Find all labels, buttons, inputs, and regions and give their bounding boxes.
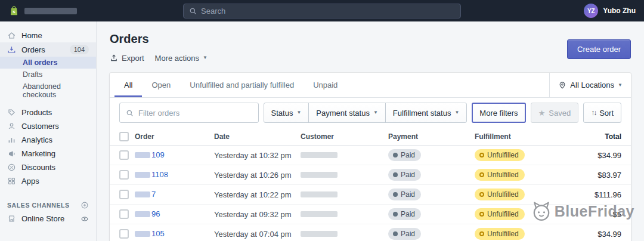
sidebar-item-products[interactable]: Products bbox=[0, 106, 96, 119]
more-actions-button[interactable]: More actions ▼ bbox=[155, 54, 208, 63]
sidebar-subitem-label: Abandoned checkouts bbox=[23, 82, 89, 99]
products-icon bbox=[7, 108, 16, 117]
column-header-order[interactable]: Order bbox=[135, 132, 214, 141]
sidebar-item-online-store[interactable]: Online Store bbox=[0, 212, 96, 225]
customer-redacted bbox=[301, 231, 338, 237]
payment-status-filter-label: Payment status bbox=[316, 109, 370, 118]
order-number-redacted bbox=[135, 172, 150, 178]
order-link[interactable]: 109 bbox=[135, 150, 165, 159]
fulfillment-label: Unfulfilled bbox=[487, 171, 519, 179]
row-checkbox[interactable] bbox=[119, 150, 129, 160]
select-all-checkbox[interactable] bbox=[119, 132, 129, 141]
table-row[interactable]: 96 Yesterday at 09:32 pm Paid Unfulfille… bbox=[110, 205, 631, 224]
order-number: 109 bbox=[151, 150, 165, 159]
tab-all[interactable]: All bbox=[114, 73, 142, 97]
export-button[interactable]: Export bbox=[110, 54, 144, 63]
fulfillment-badge: Unfulfilled bbox=[475, 169, 525, 181]
sidebar-item-orders[interactable]: Orders 104 bbox=[0, 42, 96, 57]
order-link[interactable]: 96 bbox=[135, 209, 160, 218]
apps-icon bbox=[7, 177, 16, 186]
user-menu[interactable]: YZ Yubo Zhu bbox=[584, 4, 636, 18]
sidebar-item-drafts[interactable]: Drafts bbox=[0, 69, 96, 81]
page-title: Orders bbox=[110, 31, 208, 47]
order-number: 7 bbox=[151, 190, 156, 199]
paid-dot-icon bbox=[393, 231, 398, 236]
sidebar-item-label: Customers bbox=[21, 122, 59, 131]
fulfillment-label: Unfulfilled bbox=[487, 151, 519, 159]
more-actions-label: More actions bbox=[155, 54, 199, 63]
column-header-total[interactable]: Total bbox=[588, 132, 621, 141]
fulfillment-badge: Unfulfilled bbox=[475, 208, 525, 220]
global-search[interactable] bbox=[183, 4, 461, 18]
order-number-redacted bbox=[135, 231, 150, 237]
tab-unfulfilled[interactable]: Unfulfilled and partially fulfilled bbox=[180, 73, 304, 97]
more-filters-button[interactable]: More filters bbox=[472, 103, 525, 123]
sort-button[interactable]: ↑↓ Sort bbox=[583, 103, 621, 123]
order-date: Yesterday at 09:32 pm bbox=[214, 210, 301, 219]
status-filter-button[interactable]: Status▼ bbox=[264, 103, 309, 123]
customer-redacted bbox=[301, 211, 338, 217]
sidebar-item-all-orders[interactable]: All orders bbox=[0, 57, 96, 69]
discounts-icon bbox=[7, 163, 16, 172]
sidebar-item-customers[interactable]: Customers bbox=[0, 119, 96, 133]
locations-dropdown[interactable]: All Locations ▼ bbox=[549, 73, 631, 97]
export-icon bbox=[110, 54, 118, 62]
order-total: $34.99 bbox=[588, 230, 621, 239]
row-checkbox[interactable] bbox=[119, 170, 129, 180]
table-row[interactable]: 7 Yesterday at 10:22 pm Paid Unfulfilled… bbox=[110, 185, 631, 205]
payment-badge: Paid bbox=[388, 149, 421, 161]
saved-filters-button[interactable]: ★ Saved bbox=[531, 103, 579, 123]
analytics-icon bbox=[7, 135, 16, 144]
caret-down-icon: ▼ bbox=[373, 110, 378, 115]
filter-row: Status▼ Payment status▼ Fulfillment stat… bbox=[110, 98, 631, 128]
order-date: Yesterday at 07:04 pm bbox=[214, 230, 301, 239]
order-link[interactable]: 7 bbox=[135, 190, 156, 199]
sidebar-item-apps[interactable]: Apps bbox=[0, 174, 96, 188]
customer-redacted bbox=[301, 152, 338, 158]
payment-label: Paid bbox=[401, 171, 415, 179]
sidebar-item-discounts[interactable]: Discounts bbox=[0, 160, 96, 174]
row-checkbox[interactable] bbox=[119, 190, 129, 199]
sidebar-item-analytics[interactable]: Analytics bbox=[0, 133, 96, 147]
filter-orders-field[interactable] bbox=[119, 103, 259, 123]
preview-store-eye-icon[interactable] bbox=[80, 215, 89, 223]
table-row[interactable]: 1108 Yesterday at 10:26 pm Paid Unfulfil… bbox=[110, 165, 631, 185]
payment-label: Paid bbox=[401, 230, 415, 238]
search-icon bbox=[189, 7, 197, 15]
tab-open[interactable]: Open bbox=[142, 73, 180, 97]
fulfillment-status-filter-button[interactable]: Fulfillment status▼ bbox=[385, 103, 467, 123]
orders-count-badge: 104 bbox=[70, 45, 89, 54]
column-header-customer[interactable]: Customer bbox=[301, 132, 388, 141]
row-checkbox[interactable] bbox=[119, 229, 129, 239]
status-filter-label: Status bbox=[271, 109, 293, 118]
payment-status-filter-button[interactable]: Payment status▼ bbox=[308, 103, 386, 123]
location-pin-icon bbox=[558, 81, 566, 89]
sidebar-item-marketing[interactable]: Marketing bbox=[0, 147, 96, 160]
table-header-row: Order Date Customer Payment Fulfillment … bbox=[110, 128, 631, 146]
column-header-payment[interactable]: Payment bbox=[388, 132, 475, 141]
brand[interactable]: s bbox=[8, 5, 77, 17]
sidebar-item-label: Discounts bbox=[21, 163, 55, 172]
filter-orders-input[interactable] bbox=[138, 109, 252, 118]
column-header-date[interactable]: Date bbox=[214, 132, 301, 141]
sidebar-item-abandoned-checkouts[interactable]: Abandoned checkouts bbox=[0, 81, 96, 101]
order-link[interactable]: 105 bbox=[135, 229, 165, 238]
search-input[interactable] bbox=[201, 7, 455, 16]
sidebar-item-home[interactable]: Home bbox=[0, 29, 96, 42]
paid-dot-icon bbox=[393, 172, 398, 177]
payment-badge: Paid bbox=[388, 208, 421, 220]
add-channel-icon[interactable] bbox=[80, 201, 89, 209]
order-link[interactable]: 1108 bbox=[135, 170, 168, 179]
column-header-fulfillment[interactable]: Fulfillment bbox=[475, 132, 588, 141]
caret-down-icon: ▼ bbox=[454, 110, 459, 115]
order-number-redacted bbox=[135, 152, 150, 158]
table-row[interactable]: 105 Yesterday at 07:04 pm Paid Unfulfill… bbox=[110, 224, 631, 241]
tab-unpaid[interactable]: Unpaid bbox=[304, 73, 347, 97]
row-checkbox[interactable] bbox=[119, 209, 129, 219]
paid-dot-icon bbox=[393, 153, 398, 157]
fulfillment-badge: Unfulfilled bbox=[475, 149, 525, 161]
caret-down-icon: ▼ bbox=[203, 55, 208, 60]
user-name: Yubo Zhu bbox=[603, 7, 636, 15]
table-row[interactable]: 109 Yesterday at 10:32 pm Paid Unfulfill… bbox=[110, 146, 631, 165]
create-order-button[interactable]: Create order bbox=[567, 39, 631, 59]
